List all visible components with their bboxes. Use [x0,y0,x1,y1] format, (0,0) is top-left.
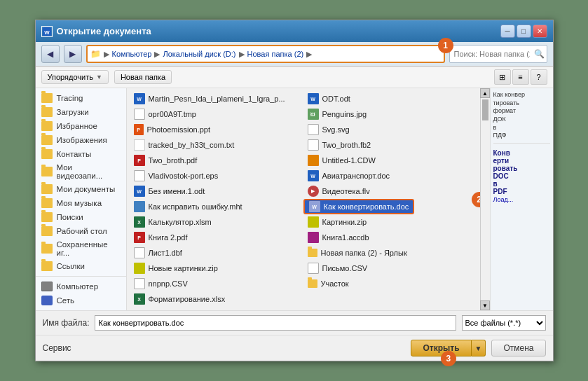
file-name: Как исправить ошибку.mht [149,202,242,211]
vertical-scrollbar[interactable]: ▲ ▼ [480,88,490,310]
sidebar-item-desktop[interactable]: Рабочий стол [36,224,126,238]
file-item-kniga2[interactable]: P Книга 2.pdf [130,230,303,245]
folder-icon [41,167,53,176]
file-item-kak-ispravit[interactable]: Как исправить ошибку.mht [130,199,303,214]
service-label: Сервис [43,343,71,353]
navigation-toolbar: ◀ ▶ 📁 ▶ Компьютер ▶ Локальный диск (D:) … [36,42,553,67]
pdf-icon: P [134,155,145,166]
filename-bar: Имя файла: Все файлы (*.*) [36,310,553,335]
sidebar-item-images[interactable]: Изображения [36,133,126,147]
file-item-list1[interactable]: Лист1.dbf [130,245,303,261]
sidebar-item-favorites[interactable]: Избранное [36,119,126,133]
sidebar-label-images: Изображения [57,136,107,144]
file-item-aviatransport[interactable]: W Авиатранспорт.doc [303,168,477,183]
path-part-disk[interactable]: Локальный диск (D:) [163,50,235,58]
forward-button[interactable]: ▶ [64,45,82,63]
file-item-formatirovaniye[interactable]: X Форматирование.xlsx [130,291,303,307]
address-bar-badge: 1 [438,38,453,53]
sidebar-item-searches[interactable]: Поиски [36,210,126,224]
file-item-vladivostok[interactable]: Vladivostok-port.eps [130,168,303,183]
word-icon: W [134,93,145,104]
file-name: Без имени.1.odt [149,187,205,195]
minimize-button[interactable]: ─ [500,25,515,38]
folder-icon [41,184,53,194]
back-button[interactable]: ◀ [41,45,60,63]
filename-input[interactable] [95,315,456,331]
right-panel-link: Лоад... [493,196,514,203]
scroll-up-button[interactable]: ▲ [480,88,490,98]
file-item-martin[interactable]: W Martin_Pesn_Ida_i_plameni_1_Igra_p... [130,91,303,106]
file-item-svg[interactable]: Svg.svg [303,122,477,137]
sidebar-item-documents[interactable]: Мои документы [36,182,126,196]
sidebar-label-downloads: Загрузки [57,108,89,116]
help-button[interactable]: ? [531,69,547,85]
maximize-button[interactable]: □ [517,25,531,38]
sidebar-item-music[interactable]: Моя музыка [36,196,126,210]
view-list-button[interactable]: ≡ [512,69,529,85]
path-part-folder[interactable]: Новая папка (2) [247,50,304,58]
file-item-tracked[interactable]: tracked_by_h33t_com.txt [130,137,303,153]
cancel-button[interactable]: Отмена [491,340,545,356]
sidebar-item-contacts[interactable]: Контакты [36,147,126,161]
file-item-odt[interactable]: W ODT.odt [303,91,477,106]
sort-button[interactable]: Упорядочить ▼ [41,70,109,84]
sidebar-item-saved-games[interactable]: Сохраненные иг... [36,238,126,259]
scroll-thumb[interactable] [482,99,488,120]
file-name: Photoemission.ppt [147,125,211,134]
generic-icon [308,263,319,274]
file-item-twobroth-pdf[interactable]: P Two_broth.pdf [130,153,303,168]
image-icon: 🖼 [308,109,319,120]
folder-icon [41,107,53,117]
new-folder-button[interactable]: Новая папка [114,70,172,84]
file-item-untitled-cdw[interactable]: Untitled-1.CDW [303,153,477,168]
filetype-select[interactable]: Все файлы (*.*) [462,315,546,331]
right-panel-divider [493,143,550,144]
path-part-computer[interactable]: Компьютер [112,50,152,58]
sidebar-item-tracing[interactable]: Tracing [36,91,126,105]
file-item-penguins[interactable]: 🖼 Penguins.jpg [303,106,477,122]
search-icon: 🔍 [534,49,545,59]
file-item-kak-konvert[interactable]: W Как конвертировать.doc [303,199,415,214]
file-name: Калькулятор.xlsm [149,218,212,226]
sidebar-item-videos[interactable]: Мои видеозапи... [36,161,126,182]
scroll-track[interactable] [481,98,490,300]
sidebar-label-saved-games: Сохраненные иг... [57,240,121,257]
generic-icon [134,278,145,289]
file-item-pismo-csv[interactable]: Письмо.CSV [303,261,477,276]
search-input[interactable] [449,45,547,63]
sidebar-item-links[interactable]: Ссылки [36,259,126,273]
file-item-kalkulator[interactable]: X Калькулятор.xlsm [130,214,303,230]
file-item-kartinki-zip[interactable]: Картинки.zip [303,214,477,230]
sidebar-item-downloads[interactable]: Загрузки [36,105,126,119]
file-item-twobroth-fb2[interactable]: Two_broth.fb2 [303,137,477,153]
sidebar-item-computer[interactable]: Компьютер [36,279,126,293]
network-icon [41,296,53,305]
view-grid-button[interactable]: ⊞ [494,69,511,85]
sidebar-label-videos: Мои видеозапи... [57,163,121,180]
sidebar-label-contacts: Контакты [57,150,92,158]
folder-icon [41,135,53,145]
file-item-videoteka[interactable]: ▶ Видеотека.flv [303,183,477,199]
close-button[interactable]: ✕ [533,25,547,38]
file-item-nnpnp[interactable]: nnpnp.CSV [130,276,303,291]
scroll-down-button[interactable]: ▼ [480,300,490,310]
file-name: opr00A9T.tmp [149,110,196,118]
search-wrapper: 🔍 [449,45,547,63]
folder-icon [41,226,53,236]
file-item-bezimeni[interactable]: W Без имени.1.odt [130,183,303,199]
sidebar-label-computer: Компьютер [57,282,99,291]
file-item-photoemission[interactable]: P Photoemission.ppt [130,122,303,137]
file-item-novye-kartinki[interactable]: Новые картинки.zip [130,261,303,276]
file-item-uchastok[interactable]: Участок [303,276,477,291]
file-item-empty [303,291,477,307]
new-folder-label: Новая папка [121,73,165,81]
file-item-opr[interactable]: opr00A9T.tmp [130,106,303,122]
open-arrow-button[interactable]: ▼ [472,340,486,356]
file-name: Новые картинки.zip [149,264,218,272]
sidebar-item-network[interactable]: Сеть [36,293,126,307]
address-bar[interactable]: 📁 ▶ Компьютер ▶ Локальный диск (D:) ▶ Но… [86,45,445,63]
folder-icon [41,93,53,103]
folder-icon [41,244,53,254]
file-item-novaya-papka-yarlyk[interactable]: Новая папка (2) - Ярлык [303,245,477,261]
file-item-kniga1-accdb[interactable]: Книга1.accdb [303,230,477,245]
